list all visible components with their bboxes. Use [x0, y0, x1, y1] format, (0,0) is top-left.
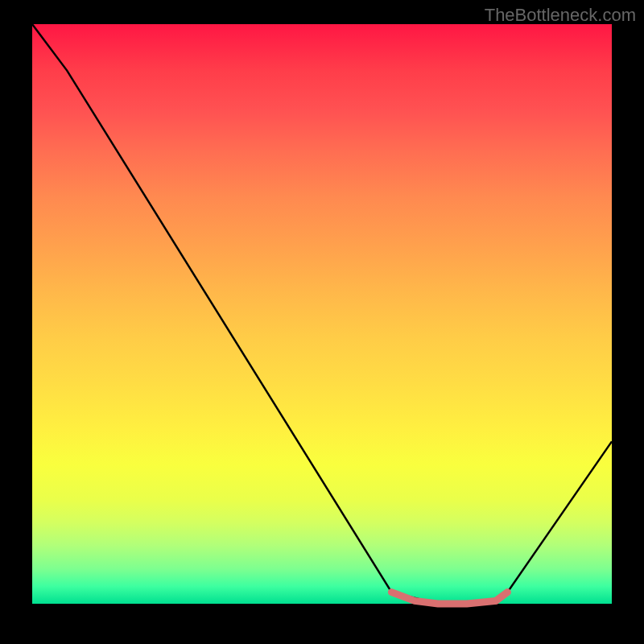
main-curve: [32, 24, 612, 604]
highlight-segment: [391, 592, 507, 604]
chart-plot-area: [32, 24, 612, 604]
chart-svg: [32, 24, 612, 604]
watermark-text: TheBottleneck.com: [485, 5, 636, 26]
